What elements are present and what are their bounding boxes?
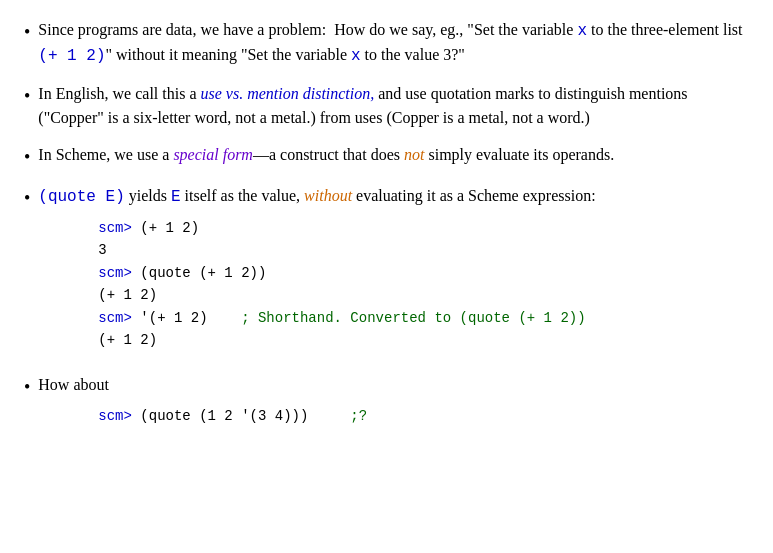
bullet-text-4: (quote E) yields E itself as the value, … [38,184,749,360]
code-line-6: (+ 1 2) [98,329,749,351]
code-output-2: 3 [98,242,106,258]
code-expr-7: (quote (1 2 '(3 4))) [132,408,308,424]
inline-code-x1: x [577,22,587,40]
code-output-4: (+ 1 2) [98,287,157,303]
code-prompt-3: scm> [98,265,132,281]
inline-code-E: E [171,188,181,206]
italic-special-form: special form [173,146,253,163]
bullet-text-1: Since programs are data, we have a probl… [38,18,749,68]
code-block-2: scm> (quote (1 2 '(3 4))) ;? [98,405,749,427]
inline-code-x2: x [351,47,361,65]
bullet-item-1: • Since programs are data, we have a pro… [24,18,749,68]
code-line-7: scm> (quote (1 2 '(3 4))) ;? [98,405,749,427]
code-expr-1: (+ 1 2) [132,220,199,236]
code-line-4: (+ 1 2) [98,284,749,306]
bullet-marker-4: • [24,185,30,211]
code-comment-5: ; Shorthand. Converted to (quote (+ 1 2)… [208,310,586,326]
code-line-3: scm> (quote (+ 1 2)) [98,262,749,284]
bullet-marker-3: • [24,144,30,170]
code-prompt-7: scm> [98,408,132,424]
bullet-item-5: • How about scm> (quote (1 2 '(3 4))) ;? [24,373,749,435]
bullet-marker-5: • [24,374,30,400]
bullet-text-3: In Scheme, we use a special form—a const… [38,143,749,166]
bullet-marker-1: • [24,19,30,45]
main-content: • Since programs are data, we have a pro… [24,18,749,435]
code-line-5: scm> '(+ 1 2) ; Shorthand. Converted to … [98,307,749,329]
code-line-2: 3 [98,239,749,261]
code-block: scm> (+ 1 2) 3 scm> (quote (+ 1 2)) (+ 1… [98,217,749,351]
code-comment-7: ;? [308,408,367,424]
code-prompt-1: scm> [98,220,132,236]
bullet-item-3: • In Scheme, we use a special form—a con… [24,143,749,170]
bullet-item-4: • (quote E) yields E itself as the value… [24,184,749,360]
bullet-item-2: • In English, we call this a use vs. men… [24,82,749,128]
code-expr-3: (quote (+ 1 2)) [132,265,266,281]
inline-code-quote-E: (quote E) [38,188,124,206]
italic-not: not [404,146,424,163]
code-prompt-5: scm> [98,310,132,326]
bullet-marker-2: • [24,83,30,109]
code-line-1: scm> (+ 1 2) [98,217,749,239]
italic-without: without [304,187,352,204]
italic-use-vs-mention: use vs. mention distinction, [201,85,375,102]
code-expr-5: '(+ 1 2) [132,310,208,326]
bullet-text-5: How about scm> (quote (1 2 '(3 4))) ;? [38,373,749,435]
inline-code-plus12: (+ 1 2) [38,47,105,65]
bullet-text-2: In English, we call this a use vs. menti… [38,82,749,128]
code-output-6: (+ 1 2) [98,332,157,348]
